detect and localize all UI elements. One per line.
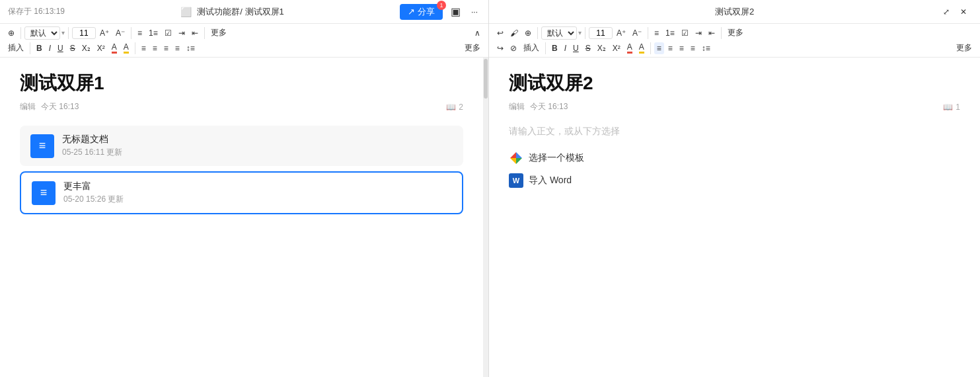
right-close-button[interactable]: ✕ — [958, 6, 969, 18]
bold-button[interactable]: B — [34, 42, 45, 54]
italic-button[interactable]: I — [46, 42, 54, 54]
expand-button[interactable]: ⤢ — [940, 6, 952, 18]
right-font-size-up-icon: A⁺ — [617, 28, 626, 38]
align-left-button[interactable]: ≡ — [139, 42, 149, 54]
right-align-justify-button[interactable]: ≡ — [688, 42, 698, 54]
divider4 — [204, 27, 205, 39]
font-family-select[interactable]: 默认 — [24, 26, 60, 40]
right-more-format[interactable]: 更多 — [725, 26, 746, 40]
underline-button[interactable]: U — [55, 42, 66, 54]
right-ordered-list[interactable]: 1≡ — [663, 27, 677, 39]
checkbox-icon: ☑ — [165, 28, 172, 38]
left-scrollbar-thumb[interactable] — [484, 59, 488, 99]
right-format-button[interactable]: 🖌 — [508, 27, 521, 39]
right-indent[interactable]: ⇥ — [693, 27, 704, 39]
font-dropdown-icon: ▾ — [61, 29, 65, 36]
doc-name-2: 更丰富 — [63, 181, 451, 192]
right-align-center-button[interactable]: ≡ — [665, 42, 675, 54]
share-icon: ↗ — [408, 7, 415, 17]
right-more-format2-button[interactable]: 更多 — [954, 41, 975, 55]
share-button[interactable]: ↗ 分享 1 — [400, 4, 443, 20]
erase-icon: ⊘ — [510, 44, 517, 53]
ordered-list-icon: 1≡ — [149, 28, 158, 38]
ordered-list-button[interactable]: 1≡ — [146, 27, 161, 39]
screen-icon[interactable]: ▣ — [448, 4, 463, 19]
right-meta-time: 今天 16:13 — [530, 101, 568, 112]
insert-button[interactable]: 插入 — [5, 41, 26, 55]
right-ordered-icon: 1≡ — [665, 28, 675, 38]
indent-icon: ⇥ — [178, 28, 185, 38]
right-font-select[interactable]: 默认 — [541, 26, 577, 40]
left-header-left: 保存于 16:13:19 — [8, 6, 65, 17]
checkbox-button[interactable]: ☑ — [162, 27, 174, 39]
right-highlight-button[interactable]: A — [636, 41, 647, 55]
right-align-left-button[interactable]: ≡ — [654, 42, 664, 54]
right-font-color-button[interactable]: A — [624, 41, 635, 55]
right-italic-button[interactable]: I — [562, 42, 569, 54]
underline-icon: U — [57, 44, 63, 53]
line-spacing-button[interactable]: ↕≡ — [184, 42, 198, 54]
more-format-button[interactable]: 更多 — [208, 26, 229, 40]
indent-button[interactable]: ⇥ — [176, 27, 188, 39]
doc-list-item-2[interactable]: ≡ 更丰富 05-20 15:26 更新 — [20, 171, 463, 214]
right-indent-icon: ⇥ — [695, 28, 702, 38]
right-font-size-input[interactable] — [589, 27, 613, 39]
font-size-down-button[interactable]: A⁻ — [113, 27, 128, 39]
font-color-button[interactable]: A — [109, 41, 120, 55]
right-divider6 — [650, 42, 651, 54]
right-underline-button[interactable]: U — [570, 42, 582, 54]
align-right-button[interactable]: ≡ — [161, 42, 171, 54]
bullet-list-button[interactable]: ≡ — [135, 27, 145, 39]
outdent-icon: ⇤ — [192, 28, 198, 38]
right-redo-button[interactable]: ↪ — [494, 42, 506, 54]
right-divider3 — [648, 27, 648, 39]
right-more-format-icon: 更多 — [728, 27, 743, 38]
right-checkbox[interactable]: ☑ — [679, 27, 691, 39]
right-bullet-list[interactable]: ≡ — [652, 27, 661, 39]
outdent-button[interactable]: ⇤ — [189, 27, 201, 39]
more-format2-button[interactable]: 更多 — [462, 41, 483, 55]
strikethrough-button[interactable]: S — [67, 42, 78, 54]
right-font-size-down[interactable]: A⁻ — [630, 27, 644, 39]
left-doc-meta: 编辑 今天 16:13 📖 2 — [20, 101, 463, 112]
template-option-2[interactable]: W 导入 Word — [509, 173, 960, 188]
doc-list-item-1[interactable]: ≡ 无标题文档 05-25 16:11 更新 — [20, 126, 463, 166]
right-erase-button[interactable]: ⊘ — [508, 42, 519, 54]
image-insert-button[interactable]: ⊕ — [5, 27, 17, 39]
right-panel: 测试双屏2 ⤢ ✕ ↩ 🖌 ⊕ 默认 ▾ A⁺ A⁻ ≡ 1≡ — [489, 0, 980, 377]
right-superscript-button[interactable]: X² — [610, 42, 623, 54]
right-add-button[interactable]: ⊕ — [522, 27, 534, 39]
font-size-up-button[interactable]: A⁺ — [97, 27, 112, 39]
collapse-toolbar-button[interactable]: ∧ — [472, 27, 483, 39]
pages-count: 📖 2 — [446, 103, 463, 112]
subscript-button[interactable]: X₂ — [79, 42, 93, 54]
more-menu-button[interactable]: ··· — [469, 6, 480, 18]
font-size-input[interactable] — [72, 27, 96, 39]
align-right-icon: ≡ — [164, 44, 169, 53]
right-align-right-icon: ≡ — [679, 44, 684, 53]
right-align-right-button[interactable]: ≡ — [677, 42, 687, 54]
superscript-button[interactable]: X² — [94, 42, 108, 54]
right-more-format2-label: 更多 — [956, 42, 972, 54]
pages-number: 2 — [459, 103, 463, 112]
right-strike-icon: S — [585, 44, 591, 53]
right-outdent[interactable]: ⇤ — [706, 27, 718, 39]
line-spacing-icon: ↕≡ — [186, 44, 195, 53]
align-justify-button[interactable]: ≡ — [172, 42, 182, 54]
right-subscript-button[interactable]: X₂ — [595, 42, 609, 54]
right-line-spacing-button[interactable]: ↕≡ — [699, 42, 713, 54]
right-undo-button[interactable]: ↩ — [494, 27, 506, 39]
align-center-button[interactable]: ≡ — [150, 42, 160, 54]
right-content[interactable]: 测试双屏2 编辑 今天 16:13 📖 1 请输入正文，或从下方选择 — [489, 58, 980, 377]
template-option-1[interactable]: 选择一个模板 — [509, 151, 960, 165]
right-insert-btn[interactable]: 插入 — [521, 41, 542, 55]
left-scrollbar[interactable] — [483, 58, 488, 377]
right-strike-button[interactable]: S — [583, 42, 593, 54]
left-doc-title: 测试双屏1 — [20, 71, 463, 96]
highlight-button[interactable]: A — [121, 41, 132, 55]
right-bold-button[interactable]: B — [549, 42, 560, 54]
meta-edit-label: 编辑 — [20, 101, 36, 112]
right-font-size-up[interactable]: A⁺ — [614, 27, 628, 39]
left-content[interactable]: 测试双屏1 编辑 今天 16:13 📖 2 ≡ 无标题文档 — [0, 58, 483, 377]
right-align-justify-icon: ≡ — [691, 44, 695, 53]
